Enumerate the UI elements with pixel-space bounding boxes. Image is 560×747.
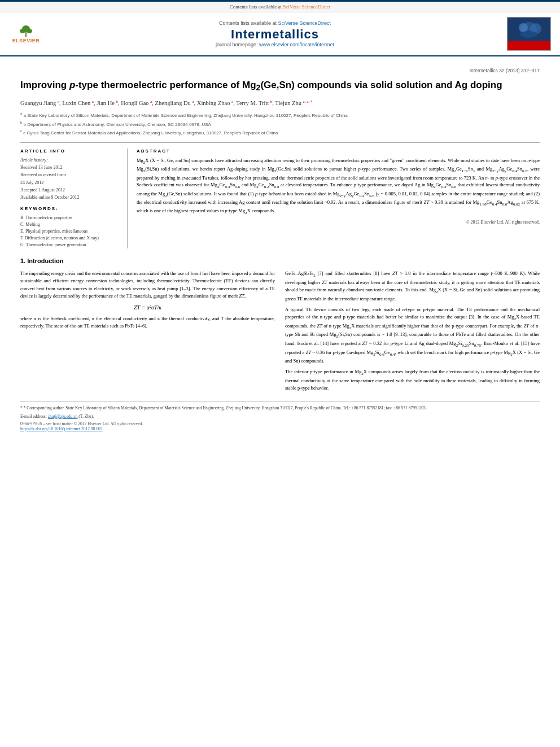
abstract-text: Mg2X (X = Si, Ge, and Sn) compounds have… — [137, 157, 540, 216]
journal-issue: Intermetallics 32 (2013) 312–317 — [20, 68, 540, 73]
author-1: Guangyu Jiang a, Luxin Chen a, Jian He b… — [20, 100, 312, 106]
affiliation-c: c c Cyrus Tang Center for Sensor Materia… — [20, 129, 540, 137]
section-heading-intro: 1. Introduction — [20, 257, 540, 264]
affiliations: a a State Key Laboratory of Silicon Mate… — [20, 111, 540, 137]
svg-point-10 — [520, 31, 538, 38]
formula-zt: ZT = α²σT/κ — [20, 304, 275, 311]
intro-para-1: The impending energy crisis and the envi… — [20, 270, 275, 300]
homepage-link[interactable]: www.elsevier.com/locate/intermet — [259, 42, 334, 47]
keyword-4: F. Diffraction (electron, neutron and X-… — [20, 235, 120, 242]
doi-link[interactable]: http://dx.doi.org/10.1016/j.intermet.201… — [20, 426, 102, 431]
doi-line[interactable]: http://dx.doi.org/10.1016/j.intermet.201… — [20, 426, 540, 431]
intro-right-para-3: The inferior p-type performance in Mg2X … — [285, 368, 540, 392]
sciverse-link[interactable]: SciVerse ScienceDirect — [283, 4, 330, 10]
article-meta-section: ARTICLE INFO Article history: Received 1… — [20, 142, 540, 248]
article-content: Intermetallics 32 (2013) 312–317 Improvi… — [0, 56, 560, 443]
article-info-column: ARTICLE INFO Article history: Received 1… — [20, 148, 128, 248]
issn-line: 0966-9795/$ – see front matter © 2012 El… — [20, 421, 540, 426]
intro-two-col: The impending energy crisis and the envi… — [20, 270, 540, 395]
introduction-section: 1. Introduction The impending energy cri… — [20, 257, 540, 395]
authors-list: Guangyu Jiang a, Luxin Chen a, Jian He b… — [20, 99, 540, 108]
revised-date: 24 July 2012 — [20, 180, 120, 186]
elsevier-text: ELSEVIER — [12, 38, 40, 43]
keyword-2: C. Melting — [20, 221, 120, 228]
affiliation-b: b b Department of Physics and Astronomy,… — [20, 120, 540, 128]
journal-homepage: journal homepage: www.elsevier.com/locat… — [43, 42, 507, 47]
article-title: Improving p-type thermoelectric performa… — [20, 79, 540, 93]
corresponding-author-note: * * Corresponding author. State Key Labo… — [20, 405, 540, 411]
keyword-1: B. Thermoelectric properties — [20, 215, 120, 221]
elsevier-logo: ELSEVIER — [9, 22, 43, 46]
journal-header: ELSEVIER Contents lists available at Sci… — [0, 12, 560, 56]
email-link[interactable]: zhutj@zju.edu.cn — [48, 414, 78, 419]
email-note: E-mail address: zhutj@zju.edu.cn (T. Zhu… — [20, 413, 540, 420]
svg-point-8 — [519, 23, 528, 32]
svg-point-2 — [20, 29, 25, 33]
keyword-5: G. Thermoelectric power generation — [20, 242, 120, 248]
copyright-text: © 2012 Elsevier Ltd. All rights reserved… — [137, 220, 540, 225]
keywords-label: Keywords: — [20, 206, 120, 211]
journal-cover-image: Intermetallics — [507, 17, 551, 51]
intro-right-para-2: A typical TE device consists of two legs… — [285, 306, 540, 365]
affiliation-a: a a State Key Laboratory of Silicon Mate… — [20, 111, 540, 119]
contents-label: Contents lists available at — [219, 20, 278, 26]
article-info-label: ARTICLE INFO — [20, 148, 120, 154]
intro-para-2: where α is the Seebeck coefficient, σ th… — [20, 315, 275, 330]
keyword-3: E. Physical properties, miscellaneous — [20, 228, 120, 235]
intro-right-para-1: GeTe–AgSbTe2 [7] and filled skutterudite… — [285, 270, 540, 303]
footer-section: * * Corresponding author. State Key Labo… — [20, 401, 540, 431]
journal-title: Intermetallics — [43, 27, 507, 42]
sciverse-label: Contents lists available at — [230, 4, 282, 10]
accepted-date: Accepted 1 August 2012 — [20, 187, 120, 193]
journal-top-bar: Contents lists available at SciVerse Sci… — [0, 2, 560, 12]
sciencedirect-link[interactable]: SciVerse ScienceDirect — [278, 20, 331, 26]
abstract-label: ABSTRACT — [137, 148, 540, 154]
received-date: Received 13 June 2012 — [20, 164, 120, 171]
homepage-label: journal homepage: — [216, 42, 258, 47]
abstract-column: ABSTRACT Mg2X (X = Si, Ge, and Sn) compo… — [137, 148, 540, 248]
svg-text:Intermetallics: Intermetallics — [516, 43, 541, 47]
history-label: Article history: — [20, 157, 120, 163]
journal-header-center: Contents lists available at SciVerse Sci… — [43, 20, 507, 47]
svg-rect-5 — [508, 41, 550, 50]
keywords-section: Keywords: B. Thermoelectric properties C… — [20, 206, 120, 248]
page-wrapper: Contents lists available at SciVerse Sci… — [0, 0, 560, 443]
intro-right-col: GeTe–AgSbTe2 [7] and filled skutterudite… — [285, 270, 540, 395]
svg-point-3 — [27, 29, 32, 33]
revised-label: Received in revised form — [20, 172, 120, 178]
available-date: Available online 9 October 2012 — [20, 194, 120, 200]
intro-left-col: The impending energy crisis and the envi… — [20, 270, 275, 395]
